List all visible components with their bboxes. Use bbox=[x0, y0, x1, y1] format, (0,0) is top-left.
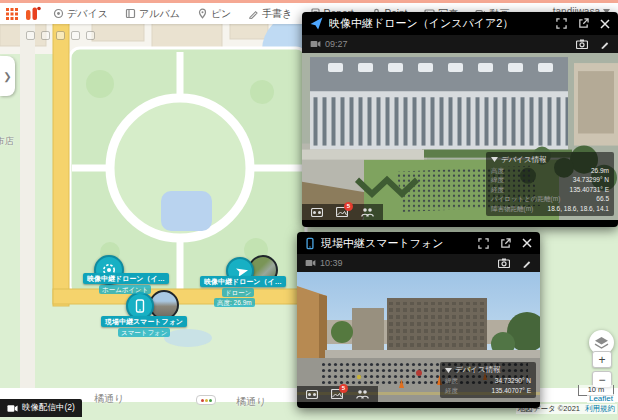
toolbar-label: 手書き bbox=[262, 7, 292, 21]
terms-link[interactable]: 利用規約 bbox=[585, 404, 615, 413]
viewers-button[interactable] bbox=[361, 207, 374, 217]
pencil-icon bbox=[248, 8, 259, 19]
popout-button[interactable] bbox=[578, 18, 589, 29]
gallery-button[interactable]: 5 bbox=[331, 389, 343, 399]
popout-button[interactable] bbox=[500, 238, 511, 249]
fullscreen-button[interactable] bbox=[556, 18, 567, 29]
street-label: 橘通り bbox=[236, 395, 266, 409]
panel-subbar: 09:27 bbox=[302, 35, 618, 53]
phone-marker-label[interactable]: 現場中継スマートフォン bbox=[101, 316, 187, 327]
panel-header[interactable]: 現場中継スマートフォン bbox=[297, 232, 540, 254]
sidebar-toggle[interactable]: ❯ bbox=[0, 56, 15, 96]
toolbar-label: ピン bbox=[211, 7, 231, 21]
toolbar-label: デバイス bbox=[67, 7, 108, 21]
notification-badge: 5 bbox=[344, 202, 353, 211]
videocam-icon bbox=[310, 40, 321, 48]
toolbar-item-album[interactable]: アルバム bbox=[125, 7, 180, 21]
info-row: 経度135.40731° E bbox=[491, 185, 609, 194]
pin-icon bbox=[197, 8, 208, 19]
broadcast-status-tab[interactable]: 映像配信中(2) bbox=[0, 399, 82, 417]
panel-header[interactable]: 映像中継ドローン（インスパイア2） bbox=[302, 12, 618, 35]
snapshot-button[interactable] bbox=[576, 39, 588, 49]
leaflet-attribution-link[interactable]: Leaflet bbox=[587, 394, 615, 403]
drone-nav-icon bbox=[310, 17, 323, 30]
red-dot bbox=[201, 399, 204, 402]
map-poi-icon bbox=[71, 31, 80, 40]
zoom-in-button[interactable]: + bbox=[592, 351, 612, 368]
info-row: 経度135.40707° E bbox=[445, 386, 531, 395]
info-row: 高度26.9m bbox=[491, 166, 609, 175]
info-row: 障害物距離(m)18.6, 18.6, 18.6, 14.1 bbox=[491, 204, 609, 213]
panel-title: 映像中継ドローン（インスパイア2） bbox=[329, 16, 550, 31]
toolbar-item-device[interactable]: デバイス bbox=[53, 7, 108, 21]
snapshot-button[interactable] bbox=[498, 258, 510, 268]
toolbar-label: アルバム bbox=[139, 7, 180, 21]
window-controls bbox=[556, 18, 610, 29]
panel-title: 現場中継スマートフォン bbox=[321, 236, 472, 251]
caret-down-icon bbox=[445, 368, 452, 373]
toolbar-item-pin[interactable]: ピン bbox=[197, 7, 231, 21]
smartphone-video-feed[interactable]: デバイス情報 緯度34.73290° N 経度135.40707° E 5 bbox=[297, 272, 540, 402]
info-row: 緯度34.73290° N bbox=[445, 376, 531, 385]
videocam-icon bbox=[305, 259, 316, 267]
drone-video-feed[interactable]: デバイス情報 高度26.9m 緯度34.73299° N 経度135.40731… bbox=[302, 53, 618, 220]
yellow-dot bbox=[205, 399, 208, 402]
device-info-title: デバイス情報 bbox=[501, 155, 547, 165]
zoom-controls: + − bbox=[592, 351, 612, 388]
app-root: { "toolbar": { "menu": [ {"label": "デバイス… bbox=[0, 0, 618, 420]
stream-time: 10:39 bbox=[320, 258, 343, 268]
fullscreen-button[interactable] bbox=[478, 238, 489, 249]
map-poi-icons bbox=[26, 31, 95, 40]
close-button[interactable] bbox=[522, 238, 532, 248]
annotate-button[interactable] bbox=[600, 39, 610, 49]
device-icon bbox=[53, 8, 64, 19]
media-toolbar: 5 bbox=[297, 386, 378, 402]
video-panel-smartphone: 現場中継スマートフォン 10:39 bbox=[297, 232, 540, 408]
drone-marker-sublabel: ドローン bbox=[222, 288, 254, 297]
map-poi-icon bbox=[26, 31, 35, 40]
app-grid-icon[interactable] bbox=[6, 8, 18, 20]
layers-icon bbox=[594, 336, 609, 350]
green-dot bbox=[209, 399, 212, 402]
device-info-overlay[interactable]: デバイス情報 緯度34.73290° N 経度135.40707° E bbox=[440, 362, 536, 398]
record-button[interactable] bbox=[306, 390, 318, 399]
chevron-right-icon: ❯ bbox=[3, 71, 11, 82]
panel-subbar: 10:39 bbox=[297, 254, 540, 272]
drone-marker-altitude: 高度: 26.9m bbox=[214, 298, 255, 307]
album-icon bbox=[125, 8, 136, 19]
notification-badge: 5 bbox=[339, 384, 348, 393]
video-panel-drone: 映像中継ドローン（インスパイア2） 09:27 bbox=[302, 12, 618, 227]
close-button[interactable] bbox=[600, 19, 610, 29]
viewers-button[interactable] bbox=[356, 389, 369, 399]
gallery-button[interactable]: 5 bbox=[336, 207, 348, 217]
smartphone-icon bbox=[305, 237, 315, 250]
media-toolbar: 5 bbox=[302, 204, 383, 220]
window-controls bbox=[478, 238, 532, 249]
traffic-light-icon bbox=[196, 395, 216, 405]
map-poi-icon bbox=[86, 31, 95, 40]
broadcast-label: 映像配信中(2) bbox=[22, 402, 75, 414]
device-info-title: デバイス情報 bbox=[455, 365, 501, 375]
map-place-label: 市店 bbox=[0, 135, 14, 148]
stream-time: 09:27 bbox=[325, 39, 348, 49]
home-marker-label[interactable]: 映像中継ドローン（イ… bbox=[83, 273, 169, 284]
drone-marker-label[interactable]: 映像中継ドローン（イ… bbox=[200, 276, 286, 287]
caret-down-icon bbox=[491, 157, 498, 162]
info-row: パイロットとの距離(m)66.5 bbox=[491, 194, 609, 203]
app-logo[interactable] bbox=[24, 6, 41, 21]
phone-marker-sublabel: スマートフォン bbox=[118, 328, 170, 337]
videocam-icon bbox=[7, 404, 18, 413]
street-label: 橘通り bbox=[94, 392, 124, 406]
map-poi-icon bbox=[41, 31, 50, 40]
toolbar-item-draw[interactable]: 手書き bbox=[248, 7, 292, 21]
smartphone-icon bbox=[134, 299, 146, 313]
map-poi-icon bbox=[56, 31, 65, 40]
record-button[interactable] bbox=[311, 208, 323, 217]
info-row: 緯度34.73299° N bbox=[491, 175, 609, 184]
home-marker-sublabel: ホームポイント bbox=[99, 285, 151, 294]
device-info-overlay[interactable]: デバイス情報 高度26.9m 緯度34.73299° N 経度135.40731… bbox=[486, 152, 614, 216]
annotate-button[interactable] bbox=[522, 258, 532, 268]
